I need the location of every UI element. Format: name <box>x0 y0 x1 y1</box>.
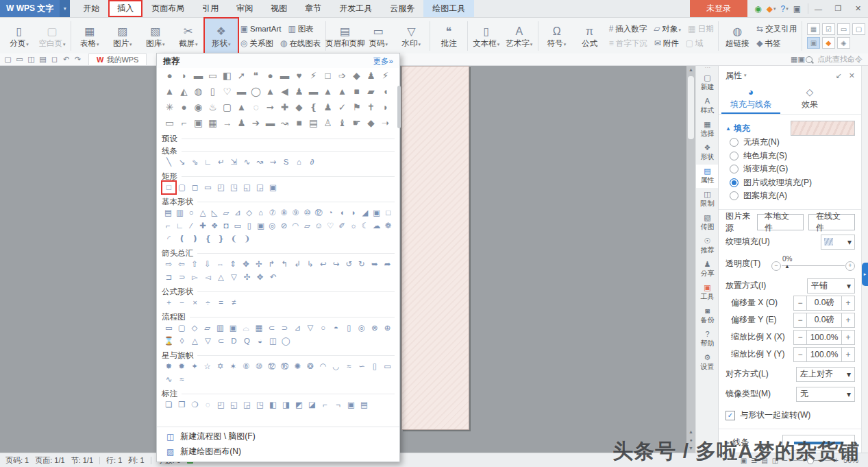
shape-cell[interactable]: ▽ <box>201 335 214 347</box>
shape-cell[interactable]: ⌐ <box>319 399 332 411</box>
ribbon-button-艺术字[interactable]: A艺术字▾ <box>503 19 536 53</box>
shape-cell[interactable]: ▦ <box>206 116 220 130</box>
dropdown-镜像类型(M)[interactable]: 无▾ <box>796 387 855 402</box>
ribbon-mini-button[interactable]: ▭ <box>837 23 850 35</box>
shape-cell[interactable]: ∿ <box>162 374 175 385</box>
shape-cell[interactable]: ♟ <box>364 69 378 83</box>
shape-cell[interactable]: □ <box>382 207 394 219</box>
slider-track[interactable] <box>782 265 845 266</box>
shape-cell[interactable]: ▢ <box>175 322 188 334</box>
spin-value[interactable]: 100.0% <box>807 330 841 345</box>
spin-increment-button[interactable]: + <box>841 313 855 328</box>
ribbon-button-表格[interactable]: ▦表格▾ <box>73 19 106 53</box>
rail-item-选择[interactable]: ▦选择 <box>696 118 719 141</box>
shape-cell[interactable]: ▤ <box>162 207 174 219</box>
shape-cell[interactable]: ▲ <box>263 84 277 99</box>
shape-cell[interactable]: ❨ <box>227 233 240 245</box>
shape-cell[interactable]: ♟ <box>234 116 249 130</box>
shape-cell[interactable]: ⊿ <box>232 207 243 219</box>
shape-cell[interactable]: ▬ <box>306 84 321 99</box>
shape-cell[interactable]: ↝ <box>253 156 266 168</box>
rail-item-限制[interactable]: ◫限制 <box>696 188 719 211</box>
shape-cell[interactable]: ◌ <box>201 399 214 411</box>
shape-cell[interactable]: ↺ <box>343 259 356 270</box>
shape-cell[interactable]: + <box>162 297 175 309</box>
spin-increment-button[interactable]: + <box>841 296 855 311</box>
scrollbar-thumb[interactable] <box>688 76 694 139</box>
shape-cell[interactable]: ◔ <box>325 207 336 219</box>
rail-item-属性[interactable]: ▤属性 <box>696 165 719 188</box>
shape-cell[interactable]: △ <box>197 207 209 219</box>
shape-cell[interactable]: ➥ <box>369 259 382 270</box>
panel-scrollbar[interactable] <box>861 66 868 453</box>
shape-cell[interactable]: □ <box>321 69 335 83</box>
shape-cell[interactable]: ◻ <box>188 182 201 193</box>
shape-cell[interactable]: ▭ <box>232 220 243 232</box>
shape-cell[interactable]: ◓ <box>330 322 343 334</box>
menu-tab-绘图工具[interactable]: 绘图工具 <box>423 0 474 17</box>
shape-cell[interactable]: ▯ <box>243 220 255 232</box>
shape-cell[interactable]: ⑦ <box>266 207 278 219</box>
menu-item-新建绘图画布(N)[interactable]: ▨新建绘图画布(N) <box>161 444 395 459</box>
spin-decrement-button[interactable]: − <box>793 347 807 362</box>
shape-cell[interactable]: × <box>188 297 201 309</box>
ribbon-button-图片[interactable]: ▨图片▾ <box>106 19 139 53</box>
shape-cell[interactable]: ◲ <box>240 399 253 411</box>
shape-cell[interactable]: ◇ <box>243 207 255 219</box>
quick-access-icon[interactable]: ▢ <box>3 55 13 64</box>
rail-handle-icon[interactable]: ⋯ <box>696 66 719 71</box>
radio-icon[interactable] <box>730 152 739 160</box>
rail-item-样式[interactable]: A样式 <box>696 95 719 118</box>
slider-marker-icon[interactable]: ▲ <box>784 263 790 270</box>
shape-cell[interactable]: ⑫ <box>265 361 278 372</box>
docbar-tool-icon[interactable]: ▦ <box>791 55 797 63</box>
shape-cell[interactable]: ◆ <box>292 100 306 115</box>
shape-cell[interactable]: ⇲ <box>227 156 240 168</box>
shape-cell[interactable]: ◲ <box>253 182 266 193</box>
shape-cell[interactable]: ∟ <box>174 220 186 232</box>
shape-cell[interactable]: △ <box>188 335 201 347</box>
shape-cell[interactable]: ▢ <box>220 100 234 115</box>
shape-cell[interactable]: ♡ <box>325 220 336 232</box>
ribbon-button-SmartArt[interactable]: ▣SmartArt <box>238 23 284 35</box>
ribbon-button-分页[interactable]: ▯分页▾ <box>3 19 36 53</box>
shape-cell[interactable]: ❴ <box>306 100 321 115</box>
rail-item-设置[interactable]: ⚙设置 <box>696 351 719 374</box>
ribbon-button-截屏[interactable]: ✂截屏▾ <box>172 19 205 53</box>
shape-cell[interactable]: ⚡ <box>378 69 393 83</box>
menu-tab-视图[interactable]: 视图 <box>262 0 296 17</box>
spin-increment-button[interactable]: + <box>841 347 855 362</box>
document-page[interactable] <box>401 66 469 430</box>
shape-cell[interactable]: ⑯ <box>278 361 291 372</box>
ribbon-button-空白页[interactable]: ▢空白页▾ <box>36 19 69 53</box>
shape-cell[interactable]: ▭ <box>206 69 220 83</box>
shape-cell[interactable]: ⑩ <box>252 361 265 372</box>
shape-cell[interactable]: ▣ <box>266 182 280 193</box>
shape-cell[interactable]: ◧ <box>220 69 234 83</box>
shape-cell[interactable]: ↘ <box>175 156 188 168</box>
login-button[interactable]: 未登录 <box>690 0 747 17</box>
shape-cell[interactable]: ⊂ <box>265 322 278 334</box>
shape-cell[interactable]: ◰ <box>214 182 227 193</box>
shape-cell[interactable]: → <box>220 116 234 130</box>
shape-cell[interactable]: ↝ <box>277 116 292 130</box>
shape-cell[interactable]: ◅ <box>201 272 214 283</box>
shape-cell[interactable]: ◘ <box>221 220 232 232</box>
shape-cell[interactable]: ❪ <box>175 233 188 245</box>
fill-option-纯色填充(S)[interactable]: 纯色填充(S) <box>726 149 855 163</box>
shape-cell[interactable]: ◡ <box>330 361 343 372</box>
undock-icon[interactable]: ↙ <box>836 71 842 80</box>
shape-cell[interactable]: ◉ <box>191 100 206 115</box>
shape-cell[interactable]: ▰ <box>364 84 378 99</box>
shape-cell[interactable]: ▱ <box>301 220 313 232</box>
quick-access-icon[interactable]: ↶ <box>61 55 71 64</box>
shape-cell[interactable]: ✐ <box>336 220 348 232</box>
shape-cell[interactable]: ↻ <box>356 259 369 270</box>
fill-option-渐变填充(G)[interactable]: 渐变填充(G) <box>726 163 855 176</box>
shape-cell[interactable]: ✡ <box>214 361 227 372</box>
shape-cell[interactable]: ⊃ <box>175 272 188 283</box>
panel-collapse-tab[interactable]: ▸ <box>862 263 868 286</box>
shape-cell[interactable]: ⊂ <box>214 335 227 347</box>
shape-cell[interactable]: ⇦ <box>175 259 188 270</box>
shape-cell[interactable]: ▯ <box>206 84 220 99</box>
